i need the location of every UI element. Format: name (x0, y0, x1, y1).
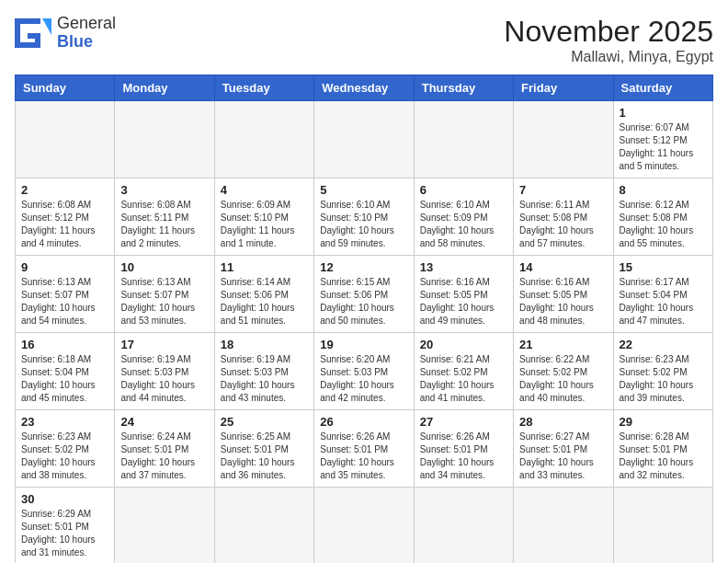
calendar-cell (514, 101, 613, 178)
col-monday: Monday (115, 75, 214, 101)
day-info: Sunrise: 6:20 AM Sunset: 5:03 PM Dayligh… (320, 353, 407, 405)
day-info: Sunrise: 6:13 AM Sunset: 5:07 PM Dayligh… (120, 276, 208, 327)
day-number: 2 (21, 183, 108, 197)
calendar-cell: 25Sunrise: 6:25 AM Sunset: 5:01 PM Dayli… (214, 410, 313, 488)
calendar-cell: 28Sunrise: 6:27 AM Sunset: 5:01 PM Dayli… (514, 410, 613, 488)
day-number: 23 (21, 415, 108, 429)
calendar-cell: 26Sunrise: 6:26 AM Sunset: 5:01 PM Dayli… (314, 410, 414, 488)
calendar-cell (414, 101, 513, 178)
col-tuesday: Tuesday (214, 75, 313, 101)
calendar-week-row: 30Sunrise: 6:29 AM Sunset: 5:01 PM Dayli… (16, 488, 713, 564)
calendar-cell: 12Sunrise: 6:15 AM Sunset: 5:06 PM Dayli… (314, 256, 414, 333)
calendar-cell: 19Sunrise: 6:20 AM Sunset: 5:03 PM Dayli… (314, 333, 414, 410)
day-info: Sunrise: 6:19 AM Sunset: 5:03 PM Dayligh… (221, 353, 308, 405)
svg-marker-5 (42, 18, 51, 35)
calendar-cell: 1Sunrise: 6:07 AM Sunset: 5:12 PM Daylig… (613, 101, 712, 178)
logo-blue: Blue (57, 33, 116, 52)
day-number: 25 (221, 415, 308, 429)
header: General Blue November 2025 Mallawi, Miny… (15, 15, 713, 65)
calendar-week-row: 1Sunrise: 6:07 AM Sunset: 5:12 PM Daylig… (16, 101, 713, 178)
day-info: Sunrise: 6:10 AM Sunset: 5:09 PM Dayligh… (420, 199, 507, 250)
calendar-cell: 9Sunrise: 6:13 AM Sunset: 5:07 PM Daylig… (16, 256, 115, 333)
day-number: 22 (620, 338, 707, 351)
day-number: 6 (420, 183, 507, 197)
calendar-cell (514, 488, 613, 564)
calendar-cell (214, 101, 313, 178)
day-number: 5 (320, 183, 407, 197)
calendar-cell: 11Sunrise: 6:14 AM Sunset: 5:06 PM Dayli… (214, 256, 313, 333)
calendar-cell (16, 101, 115, 178)
calendar-cell: 8Sunrise: 6:12 AM Sunset: 5:08 PM Daylig… (613, 178, 712, 256)
calendar-cell: 10Sunrise: 6:13 AM Sunset: 5:07 PM Dayli… (115, 256, 214, 333)
logo-text: General Blue (57, 15, 116, 52)
calendar-cell: 15Sunrise: 6:17 AM Sunset: 5:04 PM Dayli… (613, 256, 712, 333)
day-info: Sunrise: 6:28 AM Sunset: 5:01 PM Dayligh… (620, 431, 707, 482)
day-info: Sunrise: 6:09 AM Sunset: 5:10 PM Dayligh… (221, 199, 308, 250)
calendar-cell (214, 488, 313, 564)
calendar-body: 1Sunrise: 6:07 AM Sunset: 5:12 PM Daylig… (16, 101, 713, 564)
day-info: Sunrise: 6:23 AM Sunset: 5:02 PM Dayligh… (620, 353, 707, 405)
day-number: 3 (120, 183, 208, 197)
day-info: Sunrise: 6:07 AM Sunset: 5:12 PM Dayligh… (620, 121, 707, 173)
day-number: 18 (221, 338, 308, 351)
day-info: Sunrise: 6:21 AM Sunset: 5:02 PM Dayligh… (420, 353, 507, 405)
day-info: Sunrise: 6:14 AM Sunset: 5:06 PM Dayligh… (221, 276, 308, 327)
calendar-cell: 5Sunrise: 6:10 AM Sunset: 5:10 PM Daylig… (314, 178, 414, 256)
calendar-cell (613, 488, 712, 564)
day-number: 11 (221, 260, 308, 274)
day-number: 24 (120, 415, 208, 429)
calendar-cell: 17Sunrise: 6:19 AM Sunset: 5:03 PM Dayli… (115, 333, 214, 410)
day-number: 29 (620, 415, 707, 429)
day-number: 17 (120, 338, 208, 351)
day-number: 8 (620, 183, 707, 197)
day-info: Sunrise: 6:08 AM Sunset: 5:11 PM Dayligh… (120, 199, 208, 250)
header-row: Sunday Monday Tuesday Wednesday Thursday… (16, 75, 713, 101)
day-info: Sunrise: 6:16 AM Sunset: 5:05 PM Dayligh… (420, 276, 507, 327)
calendar-cell: 24Sunrise: 6:24 AM Sunset: 5:01 PM Dayli… (115, 410, 214, 488)
day-info: Sunrise: 6:24 AM Sunset: 5:01 PM Dayligh… (120, 431, 208, 482)
calendar-cell: 3Sunrise: 6:08 AM Sunset: 5:11 PM Daylig… (115, 178, 214, 256)
calendar-cell (115, 488, 214, 564)
day-info: Sunrise: 6:29 AM Sunset: 5:01 PM Dayligh… (21, 508, 108, 559)
month-year-title: November 2025 (504, 15, 713, 49)
day-info: Sunrise: 6:19 AM Sunset: 5:03 PM Dayligh… (120, 353, 208, 405)
day-info: Sunrise: 6:18 AM Sunset: 5:04 PM Dayligh… (21, 353, 108, 405)
day-info: Sunrise: 6:10 AM Sunset: 5:10 PM Dayligh… (320, 199, 407, 250)
day-info: Sunrise: 6:15 AM Sunset: 5:06 PM Dayligh… (320, 276, 407, 327)
calendar-cell (414, 488, 513, 564)
calendar-week-row: 16Sunrise: 6:18 AM Sunset: 5:04 PM Dayli… (16, 333, 713, 410)
logo-general: General (57, 15, 116, 33)
day-number: 28 (519, 415, 607, 429)
calendar-cell: 30Sunrise: 6:29 AM Sunset: 5:01 PM Dayli… (16, 488, 115, 564)
day-number: 21 (519, 338, 607, 351)
day-number: 20 (420, 338, 507, 351)
day-info: Sunrise: 6:17 AM Sunset: 5:04 PM Dayligh… (620, 276, 707, 327)
calendar-week-row: 9Sunrise: 6:13 AM Sunset: 5:07 PM Daylig… (16, 256, 713, 333)
calendar-cell: 27Sunrise: 6:26 AM Sunset: 5:01 PM Dayli… (414, 410, 513, 488)
title-block: November 2025 Mallawi, Minya, Egypt (504, 15, 713, 65)
day-number: 26 (320, 415, 407, 429)
day-info: Sunrise: 6:12 AM Sunset: 5:08 PM Dayligh… (620, 199, 707, 250)
day-number: 27 (420, 415, 507, 429)
calendar-cell: 22Sunrise: 6:23 AM Sunset: 5:02 PM Dayli… (613, 333, 712, 410)
calendar-table: Sunday Monday Tuesday Wednesday Thursday… (15, 75, 713, 563)
day-info: Sunrise: 6:27 AM Sunset: 5:01 PM Dayligh… (519, 431, 607, 482)
day-number: 19 (320, 338, 407, 351)
col-friday: Friday (514, 75, 613, 101)
day-number: 14 (519, 260, 607, 274)
calendar-cell: 13Sunrise: 6:16 AM Sunset: 5:05 PM Dayli… (414, 256, 513, 333)
calendar-cell (115, 101, 214, 178)
col-saturday: Saturday (613, 75, 712, 101)
day-number: 4 (221, 183, 308, 197)
calendar-week-row: 2Sunrise: 6:08 AM Sunset: 5:12 PM Daylig… (16, 178, 713, 256)
day-number: 12 (320, 260, 407, 274)
col-wednesday: Wednesday (314, 75, 414, 101)
calendar-cell: 4Sunrise: 6:09 AM Sunset: 5:10 PM Daylig… (214, 178, 313, 256)
day-info: Sunrise: 6:08 AM Sunset: 5:12 PM Dayligh… (21, 199, 108, 250)
day-info: Sunrise: 6:22 AM Sunset: 5:02 PM Dayligh… (519, 353, 607, 405)
col-thursday: Thursday (414, 75, 513, 101)
calendar-cell: 23Sunrise: 6:23 AM Sunset: 5:02 PM Dayli… (16, 410, 115, 488)
day-number: 9 (21, 260, 108, 274)
day-number: 1 (620, 106, 707, 120)
location-subtitle: Mallawi, Minya, Egypt (504, 49, 713, 65)
